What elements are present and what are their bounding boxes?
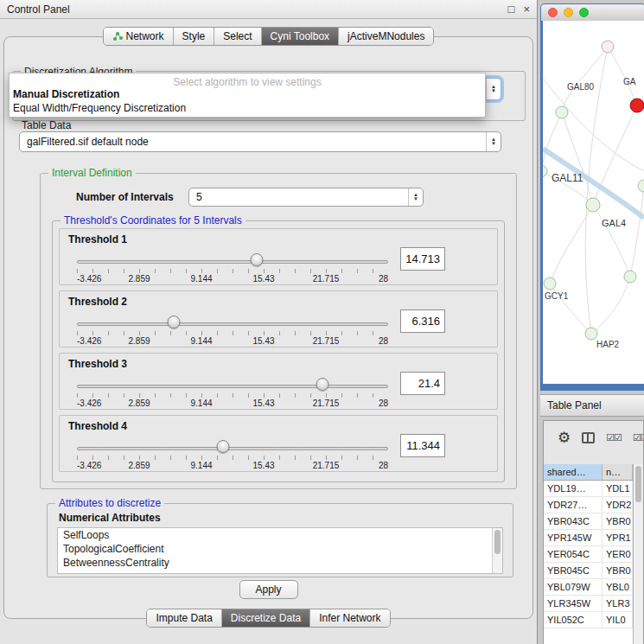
threshold-4-slider-thumb[interactable] xyxy=(217,440,230,453)
scale-label: -3.426 xyxy=(77,399,101,408)
network-node[interactable] xyxy=(602,41,614,53)
tab-network[interactable]: Network xyxy=(104,28,173,45)
tab-jactivemnodules[interactable]: jActiveMNodules xyxy=(338,28,433,45)
bottom-tab-group: Impute Data Discretize Data Infer Networ… xyxy=(146,609,390,628)
selected-red-node[interactable] xyxy=(630,99,644,112)
threshold-1-slider-thumb[interactable] xyxy=(250,253,263,266)
scale-label: -3.426 xyxy=(77,336,101,346)
stepper-down-icon: ▼ xyxy=(413,197,418,201)
table-row[interactable]: YBR045CYBR0 xyxy=(544,563,633,579)
threshold-4-slider[interactable]: -3.4262.8599.14415.4321.71528 xyxy=(77,437,388,471)
tab-discretize-data[interactable]: Discretize Data xyxy=(221,609,309,627)
float-window-icon[interactable]: □ xyxy=(508,3,515,15)
threshold-3-slider-thumb[interactable] xyxy=(316,378,329,391)
slider-scale: -3.4262.8599.14415.4321.71528 xyxy=(77,336,388,347)
numerical-attributes-label: Numerical Attributes xyxy=(59,512,161,524)
table-row[interactable]: YBL079WYBL0 xyxy=(544,579,633,596)
threshold-3-value-field[interactable]: 21.4 xyxy=(400,372,445,395)
table-cell: YLR345W xyxy=(544,596,603,611)
thresholds-legend: Threshold's Coordinates for 5 Intervals xyxy=(61,214,245,226)
table-row[interactable]: YBR043CYBR0 xyxy=(544,513,633,530)
table-row[interactable]: YIL052CYIL0 xyxy=(544,612,633,628)
attribute-item[interactable]: BetweennessCentrality xyxy=(58,556,502,570)
combo-stepper-icon: ▲ ▼ xyxy=(408,188,423,206)
numerical-attributes-list[interactable]: SelfLoopsTopologicalCoefficientBetweenne… xyxy=(57,527,503,574)
column-header-name[interactable]: n… xyxy=(603,464,633,480)
scale-label: 2.859 xyxy=(128,399,150,408)
table-cell: YER054C xyxy=(544,546,603,562)
list-scrollbar[interactable] xyxy=(492,528,502,573)
threshold-3-slider[interactable]: -3.4262.8599.14415.4321.71528 xyxy=(77,374,388,409)
slider-track xyxy=(77,260,388,264)
number-of-intervals-label: Number of Intervals xyxy=(76,191,174,203)
scale-label: -3.426 xyxy=(77,461,101,470)
tab-label: Select xyxy=(223,30,252,42)
table-row[interactable]: YDL19…YDL1 xyxy=(544,481,633,497)
network-node[interactable] xyxy=(556,106,568,118)
scale-label: -3.426 xyxy=(77,274,101,284)
attribute-item[interactable]: TopologicalCoefficient xyxy=(58,542,502,556)
network-node-hap2[interactable] xyxy=(585,328,597,340)
minimize-traffic-light-icon[interactable] xyxy=(564,8,573,17)
network-node-gcy1[interactable] xyxy=(544,277,556,290)
apply-button[interactable]: Apply xyxy=(239,580,297,599)
network-node-gal4[interactable] xyxy=(586,198,600,212)
scrollbar-thumb[interactable] xyxy=(494,530,501,554)
tab-cyni-toolbox[interactable]: Cyni Toolbox xyxy=(261,28,338,45)
threshold-2-slider-thumb[interactable] xyxy=(167,316,180,328)
table-row[interactable]: YPR145WYPR1 xyxy=(544,530,633,546)
table-cell: YLR3 xyxy=(603,596,633,611)
dropdown-item-manual-discretization[interactable]: Manual Discretization xyxy=(10,87,485,101)
table-row[interactable]: YER054CYER0 xyxy=(544,546,633,563)
scale-label: 28 xyxy=(379,336,388,346)
tab-label: Discretize Data xyxy=(231,612,301,624)
scale-label: 2.859 xyxy=(128,274,150,284)
tab-impute-data[interactable]: Impute Data xyxy=(147,609,220,627)
network-canvas[interactable]: GAL80 GA GAL11 GAL4 GCY1 HAP2 xyxy=(543,21,644,384)
threshold-1-value-field[interactable]: 14.713 xyxy=(400,247,445,271)
select-all-checks-icon[interactable]: ☑☑ xyxy=(606,432,622,443)
number-of-intervals-combobox[interactable]: 5 ▲ ▼ xyxy=(188,188,424,207)
tab-infer-network[interactable]: Infer Network xyxy=(309,609,389,627)
table-cell: YIL052C xyxy=(544,612,603,628)
tab-label: jActiveMNodules xyxy=(348,30,424,42)
table-data-label: Table Data xyxy=(22,119,71,131)
tab-label: Infer Network xyxy=(319,612,380,624)
select-none-checks-icon[interactable]: ☑☑ xyxy=(633,432,643,443)
threshold-1-slider[interactable]: -3.4262.8599.14415.4321.71528 xyxy=(77,250,388,284)
tab-style[interactable]: Style xyxy=(173,28,214,45)
tab-select[interactable]: Select xyxy=(214,28,260,45)
zoom-traffic-light-icon[interactable] xyxy=(579,8,589,17)
table-row[interactable]: YDR27…YDR2 xyxy=(544,497,633,513)
table-cell: YBR043C xyxy=(544,513,603,529)
table-cell: YPR1 xyxy=(603,530,633,545)
threshold-2-value-field[interactable]: 6.316 xyxy=(400,309,445,333)
table-scrollbar[interactable] xyxy=(633,464,643,644)
slider-ticks xyxy=(77,269,388,273)
threshold-3-label: Threshold 3 xyxy=(68,358,127,370)
table-panel-titlebar: Table Panel xyxy=(540,394,644,417)
close-icon[interactable]: × xyxy=(523,3,530,15)
close-traffic-light-icon[interactable] xyxy=(548,8,558,17)
table-row[interactable]: YLR345WYLR3 xyxy=(544,596,633,612)
network-node[interactable] xyxy=(638,180,644,192)
network-node[interactable] xyxy=(543,165,547,177)
threshold-4-value-field[interactable]: 11.344 xyxy=(400,434,445,457)
scrollbar-thumb[interactable] xyxy=(635,466,641,502)
dropdown-item-equal-width-frequency[interactable]: Equal Width/Frequency Discretization xyxy=(10,101,485,115)
gear-icon[interactable]: ⚙ xyxy=(558,430,571,445)
threshold-2-slider[interactable]: -3.4262.8599.14415.4321.71528 xyxy=(77,312,388,347)
combo-value: galFiltered.sif default node xyxy=(27,136,149,148)
slider-track xyxy=(77,385,388,388)
table-data-combobox[interactable]: galFiltered.sif default node ▲ ▼ xyxy=(19,131,501,152)
network-node[interactable] xyxy=(624,271,636,283)
panel-title: Control Panel xyxy=(7,3,500,16)
scale-label: 21.715 xyxy=(313,461,340,470)
slider-scale: -3.4262.8599.14415.4321.71528 xyxy=(77,461,388,471)
column-header-shared-name[interactable]: shared… xyxy=(544,464,603,480)
node-label: GCY1 xyxy=(545,291,569,301)
table-header-row: shared… n… xyxy=(544,464,633,481)
threshold-2-group: Threshold 2 -3.4262.8599.14415.4321.7152… xyxy=(59,290,498,348)
attribute-item[interactable]: SelfLoops xyxy=(58,528,502,542)
columns-icon[interactable] xyxy=(582,432,595,443)
